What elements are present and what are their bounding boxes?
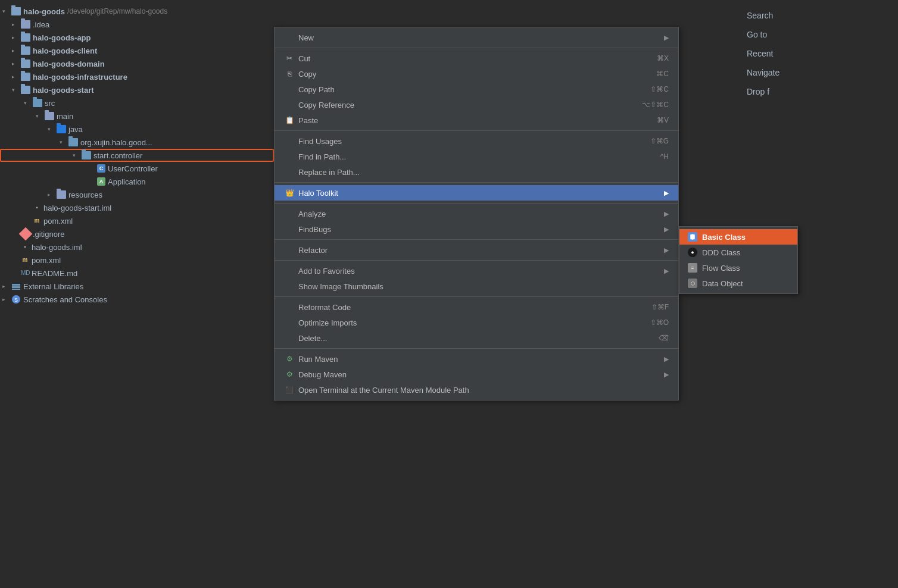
app-label: halo-goods-app <box>33 33 91 42</box>
app-folder-icon <box>21 33 30 42</box>
copy-path-label: Copy Path <box>298 85 626 94</box>
readme-icon: MD <box>21 269 29 277</box>
main-arrow <box>36 112 43 120</box>
client-label: halo-goods-client <box>33 46 97 55</box>
menu-item-refactor[interactable]: Refactor ▶ <box>275 242 678 258</box>
menu-item-debug-maven[interactable]: ⚙ Debug Maven ▶ <box>275 367 678 382</box>
tree-item-main[interactable]: main <box>0 110 274 123</box>
ext-lib-label: External Libraries <box>23 282 83 291</box>
debug-maven-arrow: ▶ <box>664 371 669 379</box>
tree-item-org-pkg[interactable]: org.xujin.halo.good... <box>0 136 274 149</box>
tree-item-scratches[interactable]: S Scratches and Consoles <box>0 293 274 306</box>
tree-item-infra[interactable]: halo-goods-infrastructure <box>0 70 274 83</box>
tree-item-start-controller[interactable]: start.controller <box>0 149 274 162</box>
tree-item-domain[interactable]: halo-goods-domain <box>0 57 274 70</box>
analyze-label: Analyze <box>298 209 664 218</box>
menu-item-paste[interactable]: 📋 Paste ⌘V <box>275 112 678 128</box>
org-pkg-label: org.xujin.halo.good... <box>80 138 152 147</box>
menu-item-open-terminal[interactable]: ⬛ Open Terminal at the Current Maven Mod… <box>275 382 678 398</box>
start-folder-icon <box>21 86 30 94</box>
submenu: Basic Class ● DDD Class ≡ Flow Class ⬡ D… <box>679 226 798 294</box>
tree-item-start-iml[interactable]: ▪ halo-goods-start.iml <box>0 201 274 214</box>
paste-label: Paste <box>298 116 633 125</box>
java-arrow <box>48 126 55 133</box>
right-panel-drop[interactable]: Drop f <box>744 82 892 101</box>
right-panel-navigate[interactable]: Navigate <box>744 63 892 82</box>
find-usages-label: Find Usages <box>298 137 626 146</box>
menu-item-replace-in-path[interactable]: Replace in Path... <box>275 164 678 180</box>
delete-label: Delete... <box>298 334 635 343</box>
uc-icon: C <box>97 164 105 173</box>
menu-item-run-maven[interactable]: ⚙ Run Maven ▶ <box>275 351 678 367</box>
app2-icon: A <box>97 177 105 186</box>
menu-item-copy[interactable]: ⎘ Copy ⌘C <box>275 66 678 82</box>
menu-item-add-favorites[interactable]: Add to Favorites ▶ <box>275 263 678 279</box>
tree-item-app[interactable]: halo-goods-app <box>0 31 274 44</box>
submenu-item-ddd-class[interactable]: ● DDD Class <box>679 245 797 260</box>
tree-item-application[interactable]: A Application <box>0 175 274 188</box>
menu-item-copy-reference[interactable]: Copy Reference ⌥⇧⌘C <box>275 97 678 112</box>
menu-item-findbugs[interactable]: FindBugs ▶ <box>275 221 678 237</box>
copy-icon: ⎘ <box>284 70 295 78</box>
gitignore-icon <box>19 227 33 241</box>
pom1-icon: m <box>33 217 41 225</box>
refactor-arrow: ▶ <box>664 246 669 254</box>
tree-item-user-controller[interactable]: C UserController <box>0 162 274 175</box>
ddd-class-icon: ● <box>687 248 699 257</box>
menu-item-cut[interactable]: ✂ Cut ⌘X <box>275 51 678 66</box>
ddd-class-label: DDD Class <box>702 248 740 257</box>
controller-folder-icon <box>82 151 91 159</box>
client-arrow <box>12 47 19 54</box>
pom1-label: pom.xml <box>43 217 73 226</box>
domain-arrow <box>12 60 19 67</box>
idea-folder-icon <box>21 20 30 29</box>
data-object-icon: ⬡ <box>687 279 699 288</box>
menu-item-new[interactable]: New ▶ <box>275 30 678 45</box>
tree-item-gitignore[interactable]: .gitignore <box>0 227 274 240</box>
tree-item-idea[interactable]: .idea <box>0 18 274 31</box>
infra-folder-icon <box>21 73 30 81</box>
tree-item-halo-iml[interactable]: ▪ halo-goods.iml <box>0 240 274 254</box>
res-arrow <box>48 191 55 198</box>
menu-item-find-usages[interactable]: Find Usages ⇧⌘G <box>275 133 678 149</box>
controller-label: start.controller <box>93 151 142 160</box>
menu-item-image-thumbnails[interactable]: Show Image Thumbnails <box>275 279 678 294</box>
menu-item-delete[interactable]: Delete... ⌫ <box>275 330 678 346</box>
start-label: halo-goods-start <box>33 86 94 95</box>
submenu-item-flow-class[interactable]: ≡ Flow Class <box>679 260 797 276</box>
infra-arrow <box>12 73 19 80</box>
reformat-shortcut: ⇧⌘F <box>651 303 669 311</box>
separator-7 <box>275 296 678 297</box>
tree-item-java[interactable]: java <box>0 123 274 136</box>
optimize-shortcut: ⇧⌘O <box>650 318 669 327</box>
menu-item-optimize-imports[interactable]: Optimize Imports ⇧⌘O <box>275 315 678 330</box>
menu-item-copy-path[interactable]: Copy Path ⇧⌘C <box>275 82 678 97</box>
copy-ref-shortcut: ⌥⇧⌘C <box>642 101 669 109</box>
right-panel-recent[interactable]: Recent <box>744 44 892 63</box>
right-panel-search[interactable]: Search <box>744 6 892 25</box>
menu-item-halo-toolkit[interactable]: 👑 Halo Toolkit ▶ <box>275 185 678 201</box>
tree-item-readme[interactable]: MD README.md <box>0 267 274 280</box>
main-folder-icon <box>45 112 54 120</box>
org-pkg-folder-icon <box>68 138 78 146</box>
tree-item-pom2[interactable]: m pom.xml <box>0 254 274 267</box>
tree-root[interactable]: halo-goods /develop/gitRep/mw/halo-goods <box>0 5 274 18</box>
tree-item-pom1[interactable]: m pom.xml <box>0 214 274 227</box>
right-panel-goto[interactable]: Go to <box>744 25 892 44</box>
menu-item-find-in-path[interactable]: Find in Path... ^H <box>275 149 678 164</box>
optimize-label: Optimize Imports <box>298 318 626 327</box>
tree-item-client[interactable]: halo-goods-client <box>0 44 274 57</box>
tree-item-ext-libs[interactable]: External Libraries <box>0 280 274 293</box>
favorites-arrow: ▶ <box>664 267 669 275</box>
tree-item-src[interactable]: src <box>0 96 274 110</box>
tree-item-start[interactable]: halo-goods-start <box>0 83 274 96</box>
idea-label: .idea <box>33 20 49 29</box>
menu-item-analyze[interactable]: Analyze ▶ <box>275 206 678 221</box>
menu-item-reformat[interactable]: Reformat Code ⇧⌘F <box>275 299 678 315</box>
main-label: main <box>57 112 73 121</box>
tree-item-resources[interactable]: resources <box>0 188 274 201</box>
submenu-item-basic-class[interactable]: Basic Class <box>679 229 797 245</box>
ext-lib-arrow <box>2 283 10 290</box>
submenu-item-data-object[interactable]: ⬡ Data Object <box>679 276 797 291</box>
idea-arrow <box>12 21 19 28</box>
